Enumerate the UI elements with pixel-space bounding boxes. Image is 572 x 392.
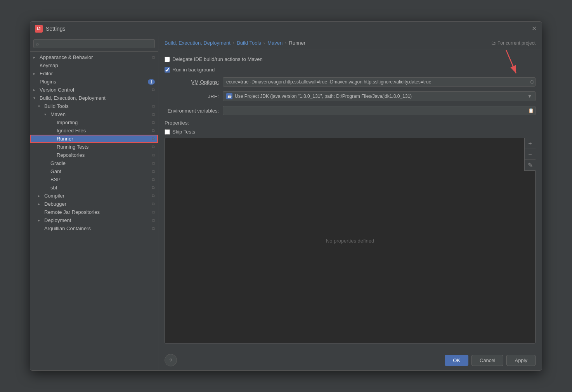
dropdown-arrow-icon: ▼ — [527, 94, 532, 99]
chevron-icon — [38, 104, 43, 108]
sidebar-item-bsp[interactable]: BSP ⧉ — [30, 175, 158, 184]
sidebar-item-ignored-files[interactable]: Ignored Files ⧉ — [30, 127, 158, 135]
copy-icon: ⧉ — [152, 161, 155, 166]
no-properties-text: No properties defined — [326, 238, 374, 244]
sidebar-item-label: Runner — [57, 136, 73, 142]
sidebar-item-maven[interactable]: Maven ⧉ — [30, 110, 158, 118]
title-bar: IJ Settings ✕ — [30, 22, 542, 36]
jre-row: JRE: ☕ Use Project JDK (java version "1.… — [165, 91, 536, 101]
app-icon: IJ — [35, 25, 43, 33]
skip-tests-checkbox-label[interactable]: Skip Tests — [165, 129, 195, 135]
skip-tests-text: Skip Tests — [172, 129, 195, 135]
apply-button[interactable]: Apply — [506, 355, 536, 366]
panel-body: Delegate IDE build/run actions to Maven … — [158, 50, 542, 350]
sidebar-item-editor[interactable]: Editor — [30, 69, 158, 78]
edit-property-button[interactable]: ✎ — [525, 160, 536, 171]
copy-icon: ⧉ — [152, 226, 155, 231]
run-in-background-label[interactable]: Run in background — [165, 67, 215, 73]
search-wrap[interactable]: ⌕ — [33, 39, 155, 48]
skip-tests-checkbox[interactable] — [165, 129, 170, 135]
copy-icon: ⧉ — [152, 210, 155, 215]
env-input[interactable] — [223, 106, 536, 115]
properties-area: + − ✎ No properties defined — [165, 138, 536, 343]
env-browse-icon[interactable]: 📋 — [528, 108, 534, 113]
sidebar-item-debugger[interactable]: Debugger ⧉ — [30, 200, 158, 208]
sidebar-item-gradle[interactable]: Gradle ⧉ — [30, 159, 158, 167]
delegate-row: Delegate IDE build/run actions to Maven — [165, 56, 536, 62]
sidebar-item-label: Gant — [50, 168, 61, 174]
footer: ? OK Cancel Apply — [158, 350, 542, 370]
jre-dropdown[interactable]: ☕ Use Project JDK (java version "1.8.0_1… — [223, 91, 536, 101]
sidebar-item-arquillian-containers[interactable]: Arquillian Containers ⧉ — [30, 224, 158, 232]
sidebar-item-repositories[interactable]: Repositories ⧉ — [30, 151, 158, 159]
copy-icon: ⧉ — [152, 201, 155, 206]
vm-options-input[interactable] — [223, 77, 536, 87]
ok-button[interactable]: OK — [445, 355, 468, 366]
delegate-checkbox-label[interactable]: Delegate IDE build/run actions to Maven — [165, 56, 263, 62]
sidebar-item-label: Debugger — [44, 201, 66, 207]
remove-property-button[interactable]: − — [525, 149, 536, 160]
chevron-icon — [38, 194, 43, 198]
sidebar-tree: Appearance & Behavior ⧉ Keymap Editor Pl… — [30, 52, 158, 370]
sidebar-item-plugins[interactable]: Plugins 1 — [30, 78, 158, 86]
search-box: ⌕ — [30, 36, 158, 52]
cancel-button[interactable]: Cancel — [471, 355, 503, 366]
jre-value: Use Project JDK (java version "1.8.0_131… — [235, 94, 412, 99]
sidebar-item-version-control[interactable]: Version Control ⧉ — [30, 86, 158, 94]
sidebar-item-label: Repositories — [57, 152, 85, 158]
sidebar-item-label: Keymap — [40, 62, 58, 68]
properties-toolbar: + − ✎ — [524, 138, 536, 171]
run-in-background-checkbox[interactable] — [165, 67, 170, 73]
search-input[interactable] — [40, 41, 152, 47]
chevron-icon — [38, 218, 43, 222]
copy-icon: ⧉ — [152, 193, 155, 198]
sidebar-item-appearance-behavior[interactable]: Appearance & Behavior ⧉ — [30, 53, 158, 61]
settings-dialog: IJ Settings ✕ ⌕ Appearance & Behavior ⧉ — [30, 21, 542, 371]
chevron-icon — [33, 96, 38, 100]
expand-icon[interactable]: ⬡ — [530, 79, 534, 85]
run-in-background-text: Run in background — [172, 67, 215, 73]
copy-icon: ⧉ — [152, 144, 155, 149]
jre-icon: ☕ — [226, 93, 232, 99]
sidebar-item-label: Ignored Files — [57, 128, 86, 134]
help-button[interactable]: ? — [165, 354, 177, 366]
sidebar-item-deployment[interactable]: Deployment ⧉ — [30, 216, 158, 224]
sidebar-item-build-tools[interactable]: Build Tools ⧉ — [30, 102, 158, 110]
properties-label: Properties: — [165, 120, 189, 126]
breadcrumb-build-tools[interactable]: Build Tools — [237, 40, 261, 46]
run-in-background-row: Run in background — [165, 67, 536, 73]
close-button[interactable]: ✕ — [531, 26, 537, 32]
copy-icon: ⧉ — [152, 128, 155, 133]
sidebar-item-label: Maven — [50, 111, 66, 117]
chevron-icon — [33, 88, 38, 92]
plugins-badge: 1 — [148, 79, 155, 85]
sidebar: ⌕ Appearance & Behavior ⧉ Keymap — [30, 36, 158, 370]
sidebar-item-label: Importing — [57, 120, 78, 125]
sidebar-item-importing[interactable]: Importing ⧉ — [30, 118, 158, 127]
sidebar-item-running-tests[interactable]: Running Tests ⧉ — [30, 143, 158, 151]
sidebar-item-label: Remote Jar Repositories — [44, 209, 100, 215]
sidebar-item-compiler[interactable]: Compiler ⧉ — [30, 192, 158, 200]
sidebar-item-label: Compiler — [44, 193, 64, 199]
sidebar-item-gant[interactable]: Gant ⧉ — [30, 167, 158, 175]
add-property-button[interactable]: + — [525, 138, 536, 149]
sidebar-item-build-execution-deployment[interactable]: Build, Execution, Deployment — [30, 94, 158, 102]
sidebar-item-sbt[interactable]: sbt ⧉ — [30, 184, 158, 192]
sidebar-item-label: Running Tests — [57, 144, 88, 150]
vm-options-row: VM Options: ⬡ — [165, 77, 536, 87]
sidebar-item-keymap[interactable]: Keymap — [30, 61, 158, 69]
sidebar-item-label: Build Tools — [44, 103, 69, 109]
sidebar-item-runner[interactable]: Runner ⧉ — [30, 135, 158, 143]
env-wrap: 📋 — [223, 106, 536, 115]
footer-buttons: OK Cancel Apply — [445, 355, 536, 366]
breadcrumb-runner: Runner — [289, 40, 306, 46]
breadcrumb-maven[interactable]: Maven — [267, 40, 283, 46]
delegate-checkbox[interactable] — [165, 57, 170, 62]
vm-options-wrap: ⬡ — [223, 77, 536, 87]
chevron-icon — [38, 202, 43, 206]
sidebar-item-remote-jar-repositories[interactable]: Remote Jar Repositories ⧉ — [30, 208, 158, 216]
breadcrumb-build-execution-deployment[interactable]: Build, Execution, Deployment — [165, 40, 231, 46]
sidebar-item-label: Gradle — [50, 160, 66, 166]
right-panel: Build, Execution, Deployment › Build Too… — [158, 36, 542, 370]
chevron-icon — [44, 112, 49, 116]
